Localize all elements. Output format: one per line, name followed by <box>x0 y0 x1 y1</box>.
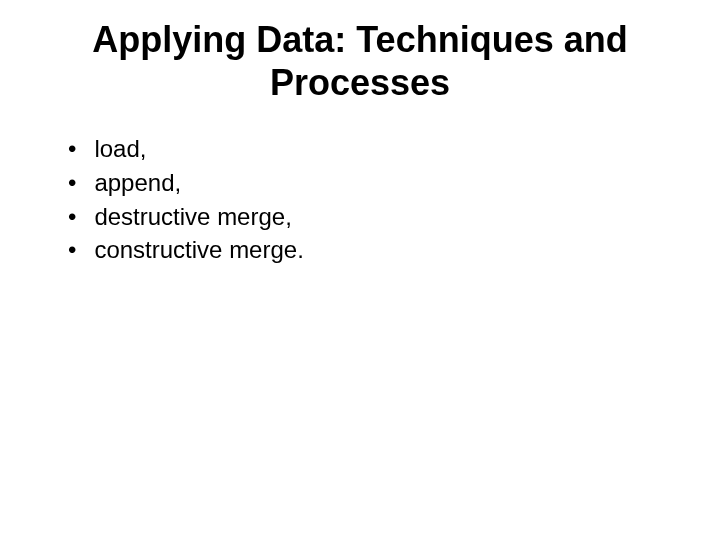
list-item: • constructive merge. <box>68 233 690 267</box>
bullet-text: append, <box>94 166 690 200</box>
bullet-text: constructive merge. <box>94 233 690 267</box>
list-item: • load, <box>68 132 690 166</box>
bullet-icon: • <box>68 166 76 200</box>
bullet-text: load, <box>94 132 690 166</box>
bullet-icon: • <box>68 132 76 166</box>
bullet-icon: • <box>68 200 76 234</box>
bullet-text: destructive merge, <box>94 200 690 234</box>
list-item: • append, <box>68 166 690 200</box>
bullet-list: • load, • append, • destructive merge, •… <box>30 132 690 266</box>
bullet-icon: • <box>68 233 76 267</box>
list-item: • destructive merge, <box>68 200 690 234</box>
slide-title: Applying Data: Techniques and Processes <box>30 18 690 104</box>
